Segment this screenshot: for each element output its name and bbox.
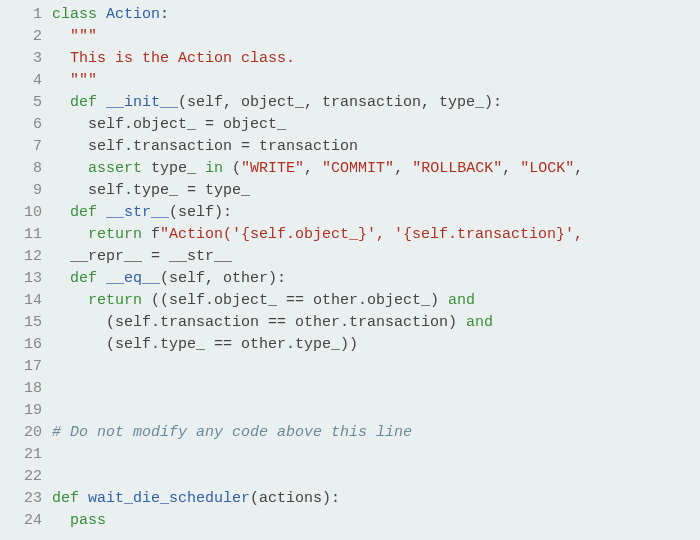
code-line: self.type_ = type_	[52, 180, 700, 202]
code-line: assert type_ in ("WRITE", "COMMIT", "ROL…	[52, 158, 700, 180]
line-number-gutter: 123456789101112131415161718192021222324	[0, 4, 52, 532]
code-line: (self.transaction == other.transaction) …	[52, 312, 700, 334]
code-line: __repr__ = __str__	[52, 246, 700, 268]
code-editor: 123456789101112131415161718192021222324 …	[0, 0, 700, 532]
line-number: 6	[0, 114, 42, 136]
line-number: 7	[0, 136, 42, 158]
code-line: self.object_ = object_	[52, 114, 700, 136]
line-number: 10	[0, 202, 42, 224]
code-line: return f"Action('{self.object_}', '{self…	[52, 224, 700, 246]
line-number: 24	[0, 510, 42, 532]
code-line: return ((self.object_ == other.object_) …	[52, 290, 700, 312]
line-number: 19	[0, 400, 42, 422]
code-line	[52, 356, 700, 378]
line-number: 14	[0, 290, 42, 312]
code-area[interactable]: class Action: """ This is the Action cla…	[52, 4, 700, 532]
line-number: 21	[0, 444, 42, 466]
line-number: 17	[0, 356, 42, 378]
line-number: 3	[0, 48, 42, 70]
code-line	[52, 444, 700, 466]
code-line: # Do not modify any code above this line	[52, 422, 700, 444]
line-number: 5	[0, 92, 42, 114]
line-number: 4	[0, 70, 42, 92]
code-line: def wait_die_scheduler(actions):	[52, 488, 700, 510]
line-number: 12	[0, 246, 42, 268]
code-line: """	[52, 70, 700, 92]
code-line: pass	[52, 510, 700, 532]
line-number: 8	[0, 158, 42, 180]
code-line: (self.type_ == other.type_))	[52, 334, 700, 356]
code-line: self.transaction = transaction	[52, 136, 700, 158]
line-number: 16	[0, 334, 42, 356]
line-number: 2	[0, 26, 42, 48]
code-line	[52, 378, 700, 400]
code-line: def __init__(self, object_, transaction,…	[52, 92, 700, 114]
code-line: def __eq__(self, other):	[52, 268, 700, 290]
code-line	[52, 466, 700, 488]
line-number: 13	[0, 268, 42, 290]
code-line: """	[52, 26, 700, 48]
line-number: 11	[0, 224, 42, 246]
line-number: 18	[0, 378, 42, 400]
code-line: def __str__(self):	[52, 202, 700, 224]
code-line	[52, 400, 700, 422]
line-number: 20	[0, 422, 42, 444]
line-number: 1	[0, 4, 42, 26]
line-number: 15	[0, 312, 42, 334]
line-number: 23	[0, 488, 42, 510]
line-number: 9	[0, 180, 42, 202]
code-line: class Action:	[52, 4, 700, 26]
code-line: This is the Action class.	[52, 48, 700, 70]
line-number: 22	[0, 466, 42, 488]
